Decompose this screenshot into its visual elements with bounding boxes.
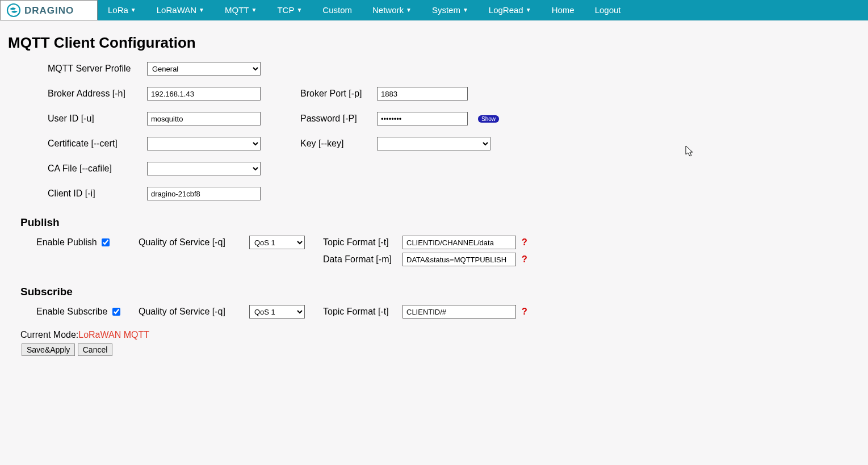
pub-data-input[interactable] [402,253,516,266]
nav-lorawan[interactable]: LoRaWAN▼ [146,0,215,20]
current-mode: Current Mode:LoRaWAN MQTT [20,330,860,340]
help-icon[interactable]: ? [522,237,527,248]
nav-mqtt[interactable]: MQTT▼ [215,0,267,20]
pub-qos-select[interactable]: QoS 1 [249,236,305,249]
nav-mqtt-label: MQTT [225,5,249,15]
nav-logread-label: LogRead [489,5,523,15]
user-id-input[interactable] [147,112,261,125]
nav-lorawan-label: LoRaWAN [157,5,196,15]
label-pub-qos: Quality of Service [-q] [139,237,249,248]
publish-heading: Publish [20,216,860,229]
label-sub-topic: Topic Format [-t] [323,307,402,317]
subscribe-heading: Subscribe [20,286,860,298]
brand-logo[interactable]: DRAGINO [0,0,98,20]
caret-icon: ▼ [526,7,531,13]
label-user-id: User ID [-u] [48,114,147,124]
broker-port-input[interactable] [377,87,468,100]
current-mode-prefix: Current Mode: [20,330,78,340]
nav-system[interactable]: System▼ [422,0,479,20]
show-password-button[interactable]: Show [478,115,499,123]
nav-home[interactable]: Home [542,0,585,20]
nav-system-label: System [432,5,460,15]
publish-data-row: Data Format [-m] ? [36,253,860,266]
caret-icon: ▼ [131,7,136,13]
label-client-id: Client ID [-i] [48,188,147,199]
nav-tcp[interactable]: TCP▼ [267,0,312,20]
mqtt-form: MQTT Server Profile General Broker Addre… [48,62,860,200]
help-icon[interactable]: ? [522,307,527,317]
client-id-input[interactable] [147,187,261,200]
label-pub-data: Data Format [-m] [323,254,402,265]
nav-logout[interactable]: Logout [585,0,631,20]
nav-lora-label: LoRa [108,5,128,15]
label-cafile: CA File [--cafile] [48,164,147,174]
subscribe-row: Enable Subscribe Quality of Service [-q]… [36,305,860,319]
pub-topic-input[interactable] [402,236,516,249]
nav-lora[interactable]: LoRa▼ [98,0,146,20]
svg-point-0 [7,4,20,16]
current-mode-value: LoRaWAN MQTT [78,330,149,340]
label-broker-port: Broker Port [-p] [300,89,377,99]
nav-tcp-label: TCP [277,5,294,15]
label-key: Key [--key] [300,139,377,149]
nav-custom[interactable]: Custom [312,0,362,20]
publish-row: Enable Publish Quality of Service [-q] Q… [36,236,860,249]
broker-address-input[interactable] [147,87,261,100]
nav-network-label: Network [372,5,404,15]
nav-custom-label: Custom [322,5,352,15]
nav-logout-label: Logout [595,5,621,15]
nav-network[interactable]: Network▼ [362,0,422,20]
label-password: Password [-P] [300,114,377,124]
label-enable-subscribe: Enable Subscribe [36,307,107,317]
cert-select[interactable] [147,137,261,150]
label-pub-topic: Topic Format [-t] [323,237,402,248]
label-profile: MQTT Server Profile [48,64,147,74]
label-broker-addr: Broker Address [-h] [48,89,147,99]
caret-icon: ▼ [199,7,204,13]
page-title: MQTT Client Configuration [8,34,860,52]
sub-topic-input[interactable] [402,305,516,319]
caret-icon: ▼ [296,7,302,13]
caret-icon: ▼ [463,7,468,13]
help-icon[interactable]: ? [522,254,527,265]
caret-icon: ▼ [406,7,412,13]
page-content: MQTT Client Configuration MQTT Server Pr… [0,20,868,362]
top-nav: DRAGINO LoRa▼ LoRaWAN▼ MQTT▼ TCP▼ Custom… [0,0,868,20]
caret-icon: ▼ [251,7,257,13]
sub-qos-select[interactable]: QoS 1 [249,305,305,319]
label-enable-publish: Enable Publish [36,237,97,248]
brand-text: DRAGINO [24,5,74,16]
label-cert: Certificate [--cert] [48,139,147,149]
nav-logread[interactable]: LogRead▼ [479,0,542,20]
password-input[interactable] [377,112,468,125]
enable-publish-checkbox[interactable] [102,238,110,246]
cancel-button[interactable]: Cancel [78,343,113,356]
enable-subscribe-checkbox[interactable] [112,308,120,316]
label-sub-qos: Quality of Service [-q] [139,307,249,317]
nav-items: LoRa▼ LoRaWAN▼ MQTT▼ TCP▼ Custom Network… [98,0,631,20]
save-apply-button[interactable]: Save&Apply [22,343,75,356]
key-select[interactable] [377,137,490,150]
profile-select[interactable]: General [147,62,261,76]
nav-home-label: Home [552,5,575,15]
cafile-select[interactable] [147,162,261,175]
button-row: Save&Apply Cancel [22,343,860,356]
